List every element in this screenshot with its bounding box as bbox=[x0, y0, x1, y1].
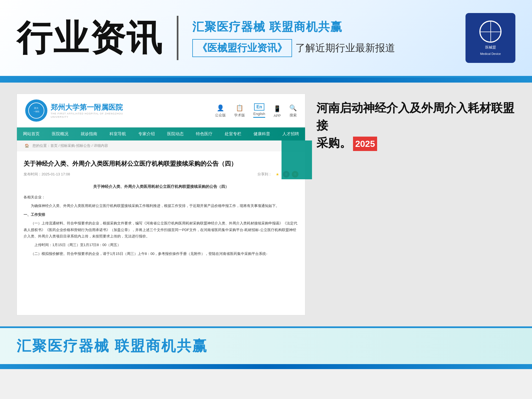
nav-search[interactable]: 🔍 搜索 bbox=[289, 104, 297, 118]
hospital-header: 郑大 一附院 郑州大学第一附属医院 THE FIRST AFFILIATED H… bbox=[17, 94, 305, 127]
nav-academic[interactable]: 📋 学术版 bbox=[234, 104, 245, 118]
logo-subtext: Medical Device bbox=[480, 52, 501, 55]
news-headline-part2: 采购。2025 bbox=[316, 136, 377, 149]
doc-content: 关于神经介入类、外周介入类医用耗材公立医疗机构联盟接续采购的公告（四） 各相关企… bbox=[24, 183, 298, 257]
doc-salutation: 各相关企业： bbox=[24, 194, 298, 200]
nav-public-label: 公众版 bbox=[215, 113, 226, 118]
nav-app[interactable]: 📱 APP bbox=[273, 105, 281, 118]
nav-english-label: English bbox=[253, 112, 265, 116]
hospital-logo-area: 郑大 一附院 郑州大学第一附属医院 THE FIRST AFFILIATED H… bbox=[25, 99, 128, 122]
nav-search-label: 搜索 bbox=[290, 113, 297, 118]
banner-divider bbox=[177, 16, 178, 60]
nav-app-label: APP bbox=[273, 114, 281, 118]
article-date: 发布时间：2025-01-13 17:08 bbox=[24, 172, 70, 177]
public-icon: 👤 bbox=[217, 104, 224, 112]
right-panel: 河南启动神经介入及外周介入耗材联盟接 采购。2025 bbox=[316, 94, 515, 315]
nav-english[interactable]: En English bbox=[253, 103, 265, 118]
green-navbar: 网站首页 医院概况 就诊指南 科室导航 专家介绍 医院动态 特色医疗 处室专栏 … bbox=[17, 127, 305, 140]
doc-item2: （二）模拟报价解密。符合申报要求的企业，请于1月15日（周三）上午8：00，参考… bbox=[24, 250, 298, 257]
blue-stripe-bottom bbox=[0, 364, 532, 369]
nav-talent[interactable]: 人才招聘 bbox=[276, 127, 305, 140]
blue-stripe-top bbox=[0, 78, 532, 83]
article-title: 关于神经介入类、外周介入类医用耗材公立医疗机构联盟接续采购的公告（四） bbox=[24, 160, 298, 168]
hospital-name-cn: 郑州大学第一附属医院 bbox=[51, 103, 128, 112]
hospital-name-en: THE FIRST AFFILIATED HOSPITAL OF ZHENGZH… bbox=[51, 112, 128, 119]
hospital-emblem: 郑大 一附院 bbox=[25, 99, 47, 122]
article-area: 关于神经介入类、外周介入类医用耗材公立医疗机构联盟接续采购的公告（四） 发布时间… bbox=[17, 151, 305, 267]
home-icon-small: 🏠 bbox=[25, 144, 29, 148]
teal-deco-block bbox=[282, 140, 312, 179]
nav-experts[interactable]: 专家介绍 bbox=[132, 127, 161, 140]
bottom-slogan: 汇聚医疗器械 联盟商机共赢 bbox=[17, 336, 515, 356]
banner-title: 行业资讯 bbox=[17, 20, 163, 56]
search-icon: 🔍 bbox=[289, 104, 297, 112]
nav-specialty[interactable]: 特色医疗 bbox=[190, 127, 219, 140]
banner-logo: 医械盟 Medical Device bbox=[466, 13, 515, 63]
banner-subtitle: 汇聚医疗器械 联盟商机共赢 bbox=[192, 19, 395, 35]
banner-tag: 《医械盟行业资讯》 了解近期行业最新报道 bbox=[192, 39, 395, 57]
share-label: 分享到： bbox=[257, 172, 272, 177]
nav-academic-label: 学术版 bbox=[234, 113, 245, 118]
banner-right-text: 汇聚医疗器械 联盟商机共赢 《医械盟行业资讯》 了解近期行业最新报道 bbox=[192, 19, 395, 57]
doc-title-center: 关于神经介入类、外周介入类医用耗材公立医疗机构联盟接续采购的公告（四） bbox=[24, 183, 298, 190]
nav-departments[interactable]: 科室导航 bbox=[103, 127, 132, 140]
nav-health[interactable]: 健康科普 bbox=[247, 127, 276, 140]
news-headline: 河南启动神经介入及外周介入耗材联盟接 采购。2025 bbox=[316, 99, 515, 152]
nav-home[interactable]: 网站首页 bbox=[17, 127, 46, 140]
doc-section1: 一、工作安排 bbox=[24, 211, 298, 218]
article-meta: 发布时间：2025-01-13 17:08 分享到： ★ 微 微 bbox=[24, 171, 298, 178]
hospital-name: 郑州大学第一附属医院 THE FIRST AFFILIATED HOSPITAL… bbox=[51, 103, 128, 119]
nav-guide[interactable]: 就诊指南 bbox=[75, 127, 103, 140]
share-star-icon[interactable]: ★ bbox=[274, 171, 281, 178]
banner-tag-label: 《医械盟行业资讯》 bbox=[192, 39, 292, 57]
nav-dynamics[interactable]: 医院动态 bbox=[161, 127, 190, 140]
academic-icon: 📋 bbox=[236, 104, 243, 112]
globe-icon bbox=[479, 21, 502, 43]
nav-public[interactable]: 👤 公众版 bbox=[215, 104, 226, 118]
doc-upload-time: 上传时间：1月15日（周三）至1月17日8：00（周五） bbox=[24, 242, 298, 248]
news-date-badge: 2025 bbox=[353, 137, 377, 151]
header-nav: 👤 公众版 📋 学术版 En English 📱 APP bbox=[215, 103, 297, 118]
svg-text:一附院: 一附院 bbox=[34, 111, 39, 112]
svg-text:郑大: 郑大 bbox=[34, 107, 39, 109]
nav-overview[interactable]: 医院概况 bbox=[46, 127, 75, 140]
nav-office[interactable]: 处室专栏 bbox=[219, 127, 247, 140]
website-wrapper: 郑大 一附院 郑州大学第一附属医院 THE FIRST AFFILIATED H… bbox=[17, 94, 305, 315]
bottom-banner: 汇聚医疗器械 联盟商机共赢 bbox=[0, 326, 532, 364]
website-panel: 郑大 一附院 郑州大学第一附属医院 THE FIRST AFFILIATED H… bbox=[17, 94, 305, 315]
logo-text: 医械盟 bbox=[485, 45, 496, 50]
breadcrumb: 🏠 您的位置：首页 / 招标采购-招标公告 / 详细内容 bbox=[17, 140, 305, 151]
top-banner: 行业资讯 汇聚医疗器械 联盟商机共赢 《医械盟行业资讯》 了解近期行业最新报道 … bbox=[0, 0, 532, 78]
news-headline-part1: 河南启动神经介入及外周介入耗材联盟接 bbox=[316, 101, 514, 132]
app-icon: 📱 bbox=[273, 105, 281, 112]
banner-left: 行业资讯 汇聚医疗器械 联盟商机共赢 《医械盟行业资讯》 了解近期行业最新报道 bbox=[17, 16, 395, 60]
main-content: 郑大 一附院 郑州大学第一附属医院 THE FIRST AFFILIATED H… bbox=[0, 83, 532, 326]
breadcrumb-text: 您的位置：首页 / 招标采购-招标公告 / 详细内容 bbox=[32, 144, 108, 148]
doc-item1: （一）上传流通材料。符合申报要求的企业，根据采购文件要求，编写《河南省公立医疗机… bbox=[24, 220, 298, 239]
english-icon: En bbox=[254, 103, 264, 111]
banner-tag-desc: 了解近期行业最新报道 bbox=[295, 41, 395, 55]
doc-para1: 为确保神经介入类、外周介入类医用耗材公立医疗机构联盟接续采购工作顺利推进，根据工… bbox=[24, 203, 298, 209]
